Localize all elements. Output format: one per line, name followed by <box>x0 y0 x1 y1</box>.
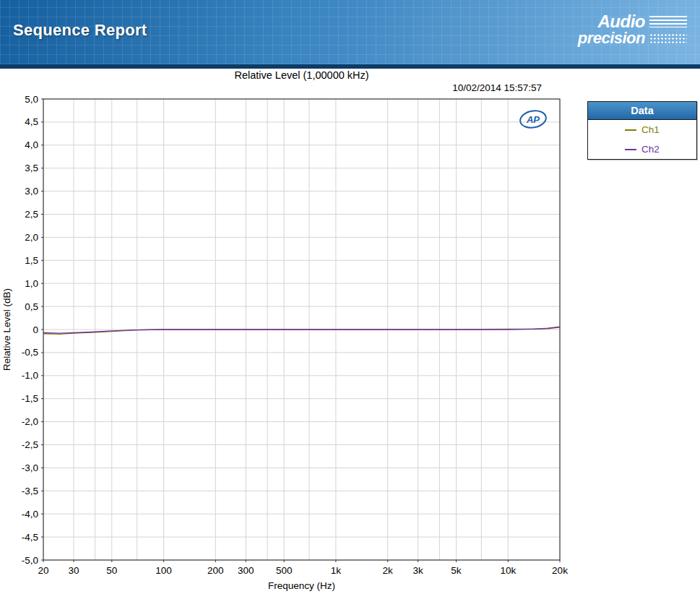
svg-text:5,0: 5,0 <box>25 94 38 105</box>
legend-body: Ch1Ch2 <box>588 120 696 159</box>
legend-item-ch1: Ch1 <box>588 120 696 139</box>
svg-text:20: 20 <box>38 565 48 576</box>
svg-text:2,5: 2,5 <box>25 209 38 220</box>
x-axis-title: Frequency (Hz) <box>268 580 335 591</box>
svg-text:0,5: 0,5 <box>25 301 38 312</box>
svg-text:-2,0: -2,0 <box>22 416 38 427</box>
ap-watermark-icon: AP <box>518 108 548 130</box>
svg-text:0: 0 <box>33 324 38 335</box>
svg-text:-3,0: -3,0 <box>22 462 38 473</box>
svg-text:3,0: 3,0 <box>25 186 38 197</box>
svg-text:10k: 10k <box>500 565 516 576</box>
svg-text:500: 500 <box>276 565 293 576</box>
svg-text:-4,0: -4,0 <box>22 509 38 520</box>
series-ch2 <box>43 327 560 333</box>
svg-text:-3,5: -3,5 <box>22 486 38 496</box>
svg-text:300: 300 <box>238 565 254 576</box>
legend-header: Data <box>588 102 696 120</box>
legend-item-ch2: Ch2 <box>588 139 696 159</box>
svg-text:4,0: 4,0 <box>25 139 38 150</box>
svg-text:1,5: 1,5 <box>25 255 38 266</box>
series-line-swatch <box>625 129 636 131</box>
svg-text:1,0: 1,0 <box>25 278 38 289</box>
svg-text:1k: 1k <box>331 565 342 576</box>
svg-text:-0,5: -0,5 <box>22 347 38 358</box>
ap-watermark-text: AP <box>526 114 540 125</box>
y-axis-title: Relative Level (dB) <box>1 288 12 371</box>
svg-text:-4,5: -4,5 <box>22 532 38 543</box>
svg-text:2,0: 2,0 <box>25 232 38 243</box>
plot-area: 5,04,54,03,53,02,52,01,51,00,50-0,5-1,0-… <box>0 0 700 594</box>
svg-text:20k: 20k <box>552 565 568 576</box>
series-label: Ch2 <box>641 144 660 155</box>
series-line-swatch <box>625 149 636 150</box>
svg-text:200: 200 <box>207 565 224 576</box>
svg-text:2k: 2k <box>383 565 394 576</box>
svg-text:-1,0: -1,0 <box>22 370 38 381</box>
svg-text:30: 30 <box>68 565 79 576</box>
svg-text:4,5: 4,5 <box>25 116 38 127</box>
svg-text:100: 100 <box>155 565 172 576</box>
svg-text:-1,5: -1,5 <box>22 393 38 404</box>
svg-text:3k: 3k <box>412 565 423 576</box>
data-legend: Data Ch1Ch2 <box>587 101 697 160</box>
svg-text:5k: 5k <box>451 565 462 576</box>
svg-text:50: 50 <box>106 565 117 576</box>
svg-text:-5,0: -5,0 <box>22 555 38 566</box>
svg-text:-2,5: -2,5 <box>22 439 38 450</box>
svg-text:3,5: 3,5 <box>25 163 38 173</box>
series-label: Ch1 <box>641 124 660 135</box>
